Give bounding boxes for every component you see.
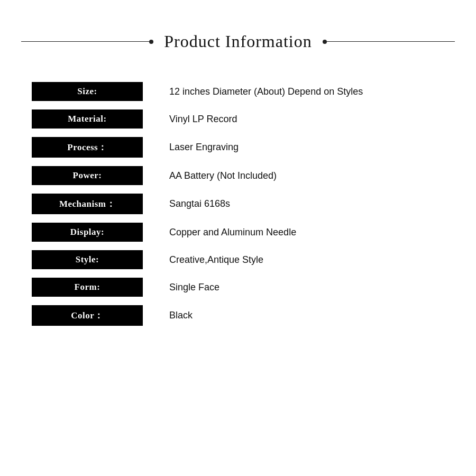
info-value: AA Battery (Not Included) <box>143 170 277 181</box>
info-value: Laser Engraving <box>143 142 239 153</box>
info-label: Display: <box>32 223 143 242</box>
header-line-left <box>21 41 153 42</box>
info-value: Black <box>143 310 193 321</box>
info-label: Form: <box>32 278 143 297</box>
info-row: Power:AA Battery (Not Included) <box>32 162 455 189</box>
info-label: Color： <box>32 305 143 326</box>
info-table: Size:12 inches Diameter (About) Depend o… <box>21 78 455 330</box>
page-container: Product Information Size:12 inches Diame… <box>0 0 476 476</box>
info-value: Copper and Aluminum Needle <box>143 227 296 238</box>
info-value: 12 inches Diameter (About) Depend on Sty… <box>143 86 363 97</box>
info-label: Size: <box>32 82 143 101</box>
info-row: Form:Single Face <box>32 273 455 301</box>
info-row: Process：Laser Engraving <box>32 133 455 162</box>
info-value: Sangtai 6168s <box>143 198 230 209</box>
header: Product Information <box>21 32 455 51</box>
info-value: Creative,Antique Style <box>143 254 263 266</box>
info-value: Vinyl LP Record <box>143 114 237 125</box>
info-label: Process： <box>32 137 143 158</box>
info-label: Power: <box>32 166 143 185</box>
info-label: Style: <box>32 250 143 269</box>
page-title: Product Information <box>153 32 322 51</box>
info-row: Mechanism：Sangtai 6168s <box>32 189 455 218</box>
info-row: Display:Copper and Aluminum Needle <box>32 218 455 246</box>
info-row: Material:Vinyl LP Record <box>32 105 455 133</box>
info-value: Single Face <box>143 282 219 293</box>
info-row: Size:12 inches Diameter (About) Depend o… <box>32 78 455 105</box>
info-row: Style:Creative,Antique Style <box>32 246 455 273</box>
header-line-right <box>323 41 455 42</box>
info-row: Color：Black <box>32 301 455 330</box>
info-label: Mechanism： <box>32 194 143 214</box>
info-label: Material: <box>32 109 143 129</box>
